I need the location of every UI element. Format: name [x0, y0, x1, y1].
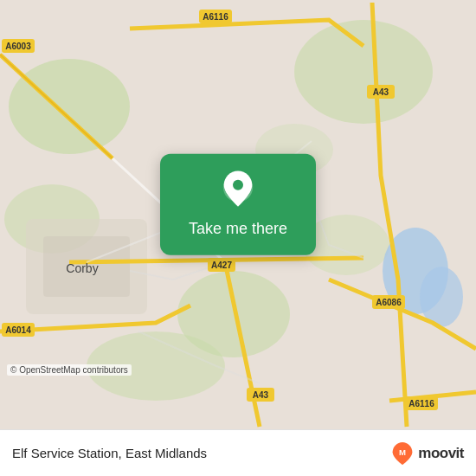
- bottom-bar: Elf Service Station, East Midlands M moo…: [0, 429, 476, 476]
- svg-text:A6003: A6003: [5, 42, 31, 51]
- svg-text:A43: A43: [373, 87, 389, 97]
- svg-point-6: [303, 215, 389, 275]
- moovit-logo: M moovit: [390, 441, 464, 466]
- svg-text:M: M: [399, 447, 406, 456]
- svg-point-1: [9, 59, 130, 154]
- svg-text:A43: A43: [253, 390, 269, 400]
- take-me-there-card[interactable]: Take me there: [160, 154, 316, 255]
- svg-point-31: [233, 180, 243, 190]
- location-info: Elf Service Station, East Midlands: [12, 446, 207, 460]
- moovit-brand-icon: M: [390, 441, 415, 466]
- svg-text:Corby: Corby: [66, 261, 98, 275]
- location-pin-icon: [217, 170, 259, 211]
- svg-text:A6116: A6116: [408, 399, 434, 408]
- location-name: Elf Service Station, East Midlands: [12, 446, 207, 460]
- svg-text:A6116: A6116: [203, 12, 228, 22]
- svg-text:A6014: A6014: [5, 325, 31, 335]
- take-me-there-button-label: Take me there: [189, 220, 287, 238]
- svg-text:A6086: A6086: [376, 298, 402, 307]
- app: A6003 A6116 A43 A427 A43 A6014 A6086 A61…: [0, 0, 476, 476]
- map-attribution: © OpenStreetMap contributors: [7, 364, 132, 376]
- map-container: A6003 A6116 A43 A427 A43 A6014 A6086 A61…: [0, 0, 476, 429]
- moovit-brand-text: moovit: [418, 445, 464, 462]
- svg-text:A427: A427: [211, 261, 232, 270]
- svg-point-2: [294, 20, 433, 124]
